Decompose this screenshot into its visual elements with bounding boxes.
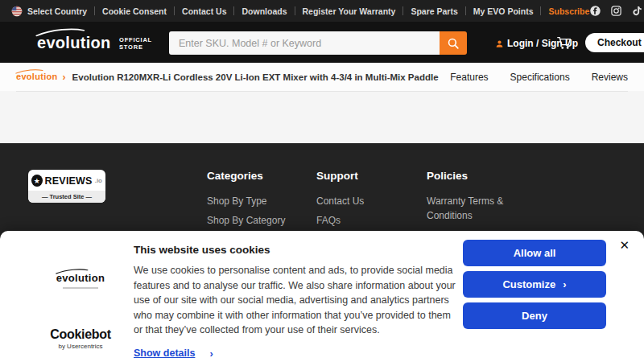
- breadcrumb-chevron-icon: ›: [63, 72, 66, 83]
- page-content: [0, 91, 644, 143]
- reviews-badge-tld: .io: [95, 177, 102, 184]
- tab-features[interactable]: Features: [450, 72, 488, 83]
- logo-swoosh: [35, 28, 96, 37]
- reviews-io-badge[interactable]: ★ REVIEWS .io — Trusted Site —: [28, 170, 105, 203]
- logo-swoosh: [15, 69, 49, 74]
- product-title: Evolution R120MXR-Li Cordless 20V Li-Ion…: [72, 72, 439, 82]
- divider: [295, 6, 295, 15]
- product-tabs: Features Specifications Reviews: [450, 72, 628, 83]
- tiktok-icon[interactable]: [631, 5, 643, 17]
- evolution-dialog-logo: evolution: [56, 273, 105, 283]
- contact-us-link[interactable]: Contact Us: [182, 6, 226, 16]
- downloads-link[interactable]: Downloads: [242, 6, 287, 16]
- social-icons: [589, 5, 644, 17]
- divider: [94, 6, 95, 15]
- footer-link-shop-by-type[interactable]: Shop By Type: [207, 194, 316, 208]
- allow-all-button[interactable]: Allow all: [463, 240, 606, 266]
- dialog-body: We use cookies to personalise content an…: [134, 263, 459, 338]
- subscribe-link[interactable]: Subscribe: [548, 6, 589, 16]
- deny-button[interactable]: Deny: [463, 302, 606, 329]
- page: Select Country Cookie Consent Contact Us…: [0, 0, 644, 362]
- dialog-text: This website uses cookies We use cookies…: [134, 244, 459, 360]
- search-icon: [447, 37, 460, 50]
- dialog-buttons: Allow all Customize › Deny: [463, 240, 606, 329]
- cookiebot-logo: Cookiebot by Usercentrics: [31, 327, 130, 350]
- register-warranty-link[interactable]: Register Your Warranty: [303, 6, 396, 16]
- evolution-breadcrumb-logo[interactable]: evolution: [16, 72, 58, 81]
- footer-link-shop-by-category[interactable]: Shop By Category: [207, 213, 316, 228]
- dialog-logos: evolution Cookiebot by Usercentrics: [31, 231, 130, 362]
- footer-column-title: Categories: [207, 170, 316, 182]
- divider: [233, 6, 234, 15]
- tab-specifications[interactable]: Specifications: [510, 72, 570, 83]
- footer-column-title: Policies: [427, 170, 522, 182]
- divider: [16, 91, 628, 92]
- divider: [465, 6, 466, 15]
- evolution-logo[interactable]: evolution: [37, 35, 111, 51]
- main-header: evolution OFFICIAL STORE Login / Sign Up: [0, 22, 644, 63]
- utility-bar: Select Country Cookie Consent Contact Us…: [0, 0, 644, 22]
- cookie-consent-link[interactable]: Cookie Consent: [102, 6, 167, 16]
- footer-link-warranty-terms[interactable]: Warranty Terms & Conditions: [427, 194, 522, 223]
- search-bar: [169, 31, 467, 55]
- facebook-icon[interactable]: [589, 5, 601, 17]
- chevron-right-icon: ›: [563, 278, 566, 290]
- official-store-label: OFFICIAL STORE: [119, 36, 152, 51]
- product-breadcrumb-bar: evolution › Evolution R120MXR-Li Cordles…: [0, 63, 644, 91]
- reviews-badge-name: REVIEWS: [45, 175, 93, 187]
- us-flag-icon: [11, 6, 23, 17]
- tab-reviews[interactable]: Reviews: [592, 72, 628, 83]
- star-icon: ★: [31, 175, 43, 187]
- checkout-button[interactable]: Checkout: [585, 33, 644, 52]
- footer-column-title: Support: [316, 170, 413, 182]
- search-button[interactable]: [440, 31, 467, 55]
- chevron-right-icon[interactable]: ›: [209, 348, 213, 360]
- close-icon[interactable]: ✕: [619, 239, 630, 251]
- select-country-link[interactable]: Select Country: [27, 6, 87, 16]
- divider: [540, 6, 541, 15]
- footer-link-faqs[interactable]: FAQs: [316, 213, 413, 228]
- spare-parts-link[interactable]: Spare Parts: [411, 6, 457, 16]
- show-details-link[interactable]: Show details: [134, 348, 195, 359]
- customize-button[interactable]: Customize ›: [463, 271, 606, 298]
- user-icon: [495, 39, 504, 48]
- divider: [174, 6, 175, 15]
- search-input[interactable]: [169, 31, 440, 55]
- logo-swoosh: [56, 269, 96, 274]
- instagram-icon[interactable]: [610, 5, 622, 17]
- divider: [402, 6, 403, 15]
- dialog-title: This website uses cookies: [134, 244, 459, 256]
- trusted-site-label: — Trusted Site —: [28, 191, 105, 203]
- utility-links: Select Country Cookie Consent Contact Us…: [11, 6, 589, 17]
- cookie-consent-dialog: ✕ evolution Cookiebot by Usercentrics Th…: [0, 231, 644, 362]
- footer-link-contact-us[interactable]: Contact Us: [316, 194, 413, 208]
- logo-tagline: [63, 287, 98, 289]
- cart-icon[interactable]: [555, 34, 573, 51]
- my-evo-points-link[interactable]: My EVO Points: [473, 6, 534, 16]
